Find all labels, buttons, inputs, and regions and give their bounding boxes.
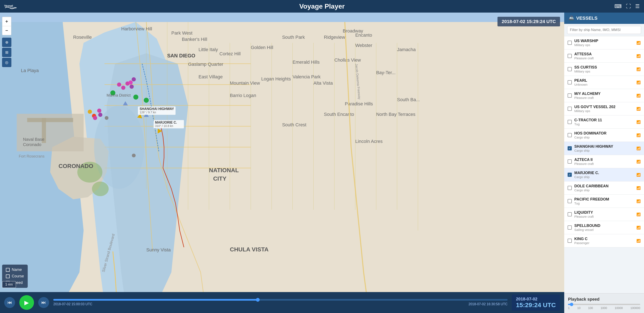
vessel-item-c-tractor[interactable]: C-TRACTOR 11Tug📶	[564, 115, 644, 129]
vessel-name-pacific-freedom: PACIFIC FREEDOM	[574, 197, 634, 201]
svg-point-82	[98, 113, 102, 117]
vessel-item-pacific-freedom[interactable]: PACIFIC FREEDOMTug📶	[564, 195, 644, 208]
svg-text:Jamacha: Jamacha	[397, 47, 416, 52]
fullscreen-icon[interactable]: ⛶	[626, 3, 631, 9]
vessel-name-us-warship: US WARSHIP	[574, 39, 634, 43]
header: Vessel Finder Voyage Player ⌨ ⛶ ☰	[0, 0, 644, 12]
vessel-checkbox-hos-dominator[interactable]	[568, 133, 572, 137]
svg-text:Banker's Hill: Banker's Hill	[182, 37, 207, 42]
playback-track[interactable]	[568, 304, 640, 305]
svg-text:Bay-Ter...: Bay-Ter...	[376, 70, 396, 75]
vessel-item-us-gov-vessel[interactable]: US GOV'T VESSEL 202Military ops📶	[564, 102, 644, 115]
vessel-list: US WARSHIPMilitary ops📶ATTESSAPleasure c…	[564, 36, 644, 293]
vessel-item-ss-curtiss[interactable]: SS CURTISSMilitary ops📶	[564, 63, 644, 76]
vessel-checkbox-shanghai-highway[interactable]: ✓	[568, 146, 572, 151]
vessel-checkbox-us-warship[interactable]	[568, 41, 572, 45]
vessel-name-hos-dominator: HOS DOMINATOR	[574, 131, 634, 136]
vessel-info-king-c: KING CPassenger	[574, 237, 634, 245]
zoom-out-button[interactable]: −	[2, 26, 11, 35]
vessel-signal-hos-dominator: 📶	[636, 133, 641, 137]
vessel-item-us-warship[interactable]: US WARSHIPMilitary ops📶	[564, 36, 644, 49]
svg-point-84	[105, 116, 108, 120]
svg-text:Fort Rosecrans: Fort Rosecrans	[19, 154, 44, 158]
vessel-info-azteca-ii: AZTECA IIPleasure craft	[574, 157, 634, 165]
svg-point-85	[132, 154, 136, 157]
vessel-item-dole-caribbean[interactable]: DOLE CARIBBEANCargo ship📶	[564, 181, 644, 195]
vessel-signal-us-warship: 📶	[636, 41, 641, 45]
vessel-name-my-alchemy: M/Y ALCHEMY	[574, 92, 634, 96]
svg-text:Little Italy: Little Italy	[198, 47, 218, 52]
logo: Vessel Finder	[4, 3, 17, 9]
vessel-item-azteca-ii[interactable]: AZTECA IIPleasure craft📶	[564, 155, 644, 168]
svg-text:310° / 10.8 kn: 310° / 10.8 kn	[155, 124, 173, 128]
svg-text:Emerald Hills: Emerald Hills	[292, 59, 320, 65]
keyboard-icon[interactable]: ⌨	[614, 3, 622, 9]
svg-text:Broadway: Broadway	[343, 28, 363, 33]
prev-button[interactable]: ⏮	[4, 297, 15, 308]
vessel-name-liquidity: LIQUIDITY	[574, 210, 634, 215]
vessel-signal-ss-curtiss: 📶	[636, 67, 641, 71]
svg-text:SAN DIEGO: SAN DIEGO	[167, 53, 195, 58]
vessel-checkbox-ss-curtiss[interactable]	[568, 67, 572, 71]
svg-point-77	[133, 95, 138, 100]
svg-text:Logan Heights: Logan Heights	[261, 76, 291, 82]
sidebar-title: VESSELS	[576, 15, 598, 21]
vessel-checkbox-spellbound[interactable]	[568, 225, 572, 230]
svg-text:Park West: Park West	[171, 30, 192, 36]
vessel-checkbox-azteca-ii[interactable]	[568, 159, 572, 164]
vessel-item-pearl[interactable]: PEARLUnknown📶	[564, 76, 644, 89]
vessel-checkbox-attessa[interactable]	[568, 54, 572, 58]
timeline-track[interactable]	[53, 299, 508, 301]
vessel-type-king-c: Passenger	[574, 241, 634, 245]
svg-point-74	[128, 80, 133, 85]
nav-button[interactable]: ◎	[2, 58, 11, 67]
vessel-checkbox-marjorie-c[interactable]: ✓	[568, 173, 572, 177]
svg-text:La Playa: La Playa	[21, 68, 39, 73]
vessel-checkbox-dole-caribbean[interactable]	[568, 186, 572, 190]
vessel-signal-pearl: 📶	[636, 80, 641, 84]
vessel-item-king-c[interactable]: KING CPassenger📶	[564, 234, 644, 247]
vessel-checkbox-king-c[interactable]	[568, 239, 572, 243]
playback-value-100: 100	[588, 306, 593, 310]
location-button[interactable]: ⊕	[2, 38, 11, 47]
vessel-info-us-warship: US WARSHIPMilitary ops	[574, 39, 634, 47]
zoom-in-button[interactable]: +	[2, 17, 11, 26]
vessel-type-hos-dominator: Cargo ship	[574, 136, 634, 139]
svg-rect-24	[27, 118, 73, 122]
vessel-name-ss-curtiss: SS CURTISS	[574, 65, 634, 70]
next-button[interactable]: ⏭	[38, 297, 49, 308]
vessel-item-spellbound[interactable]: SPELLBOUNDSailing vessel📶	[564, 221, 644, 234]
menu-icon[interactable]: ☰	[635, 3, 640, 9]
map-container[interactable]: Park West Harborview Hill Roseville La P…	[0, 12, 564, 313]
vessel-info-liquidity: LIQUIDITYPleasure craft	[574, 210, 634, 218]
vessel-signal-us-gov-vessel: 📶	[636, 107, 641, 111]
vessel-checkbox-my-alchemy[interactable]	[568, 93, 572, 98]
vessel-checkbox-liquidity[interactable]	[568, 212, 572, 216]
vessel-item-my-alchemy[interactable]: M/Y ALCHEMYPleasure craft📶	[564, 89, 644, 102]
vessel-item-marjorie-c[interactable]: ✓MARJORIE C.Cargo ship📶	[564, 168, 644, 181]
name-checkbox[interactable]	[6, 268, 10, 272]
vessel-type-pacific-freedom: Tug	[574, 201, 634, 205]
vessel-item-attessa[interactable]: ATTESSAPleasure craft📶	[564, 49, 644, 63]
svg-text:South Park: South Park	[282, 34, 305, 40]
timeline-start: 2018-07-02 15:00:03 UTC	[53, 302, 92, 306]
sidebar-header: 🚢 VESSELS	[564, 12, 644, 24]
sidebar-search	[564, 24, 644, 36]
vessel-checkbox-pearl[interactable]	[568, 80, 572, 84]
grid-button[interactable]: ⊞	[2, 48, 11, 57]
vessel-item-liquidity[interactable]: LIQUIDITYPleasure craft📶	[564, 208, 644, 221]
vessel-item-shanghai-highway[interactable]: ✓SHANGHAI HIGHWAYCargo ship📶	[564, 142, 644, 155]
svg-point-78	[144, 98, 149, 103]
vessel-search-input[interactable]	[567, 26, 641, 34]
vessel-checkbox-c-tractor[interactable]	[568, 120, 572, 124]
vessel-signal-liquidity: 📶	[636, 212, 641, 216]
vessel-info-us-gov-vessel: US GOV'T VESSEL 202Military ops	[574, 105, 634, 113]
vessel-item-hos-dominator[interactable]: HOS DOMINATORCargo ship📶	[564, 129, 644, 142]
vessel-checkbox-us-gov-vessel[interactable]	[568, 107, 572, 111]
vessel-checkbox-pacific-freedom[interactable]	[568, 199, 572, 203]
vessel-name-spellbound: SPELLBOUND	[574, 224, 634, 228]
course-checkbox[interactable]	[6, 275, 10, 278]
vessel-signal-my-alchemy: 📶	[636, 94, 641, 98]
play-button[interactable]: ▶	[19, 295, 34, 310]
svg-text:MARJORIE C.: MARJORIE C.	[155, 121, 177, 124]
